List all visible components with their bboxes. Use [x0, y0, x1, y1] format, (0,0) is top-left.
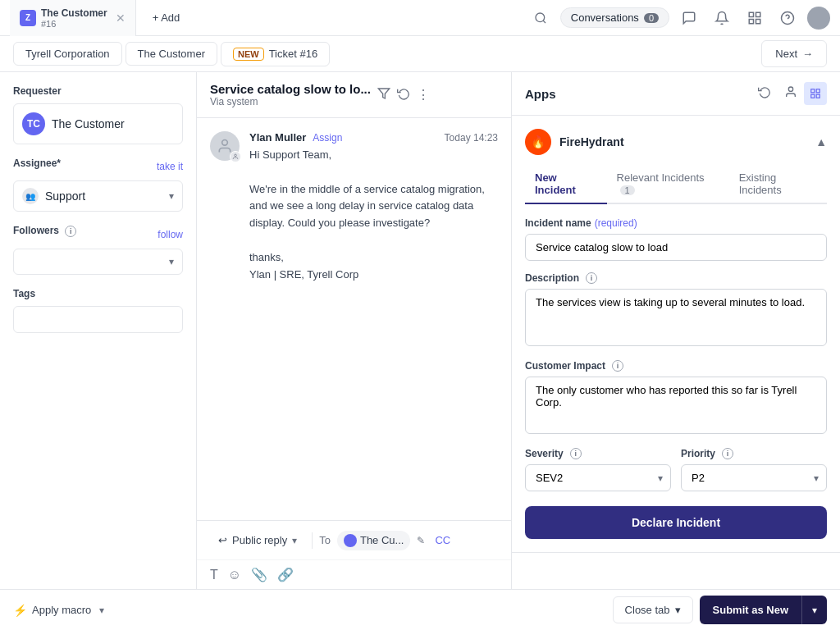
declare-incident-button[interactable]: Declare Incident	[525, 506, 827, 539]
priority-select[interactable]: P2 P1 P3	[681, 464, 827, 491]
description-info-icon: i	[586, 272, 597, 284]
severity-field: Severity i SEV2 SEV1 SEV3 ▾	[525, 448, 671, 491]
message-time: Today 14:23	[445, 132, 498, 144]
svg-rect-1	[749, 12, 753, 16]
public-reply-button[interactable]: ↩ Public reply ▾	[210, 529, 305, 551]
refresh-icon[interactable]	[758, 85, 771, 102]
customer-impact-textarea[interactable]: The only customer who has reported this …	[525, 377, 827, 434]
apply-macro-button[interactable]: ⚡ Apply macro ▾	[13, 604, 606, 617]
to-recipient[interactable]: The Cu...	[337, 531, 410, 550]
svg-rect-4	[749, 19, 753, 23]
tab-existing-incidents[interactable]: Existing Incidents	[729, 165, 827, 204]
follow-link[interactable]: follow	[158, 229, 183, 240]
grid-icon-button[interactable]	[742, 5, 768, 31]
assign-link[interactable]: Assign	[313, 132, 342, 144]
close-tab-button[interactable]: Close tab ▾	[613, 596, 693, 623]
edit-recipient-icon[interactable]: ✎	[417, 535, 425, 546]
followers-select[interactable]: ▾	[13, 249, 183, 275]
left-sidebar: Requester TC The Customer Assignee* take…	[0, 72, 197, 589]
next-button[interactable]: Next →	[761, 40, 827, 67]
firehydrant-chevron-icon[interactable]: ▲	[815, 135, 827, 148]
incident-name-input[interactable]	[525, 234, 827, 261]
relevant-badge: 1	[620, 185, 635, 195]
description-textarea[interactable]: The services view is taking up to severa…	[525, 289, 827, 346]
reply-bar: ↩ Public reply ▾ To The Cu... ✎ CC	[197, 520, 511, 559]
attachment-icon[interactable]: 📎	[251, 567, 267, 582]
followers-label: Followers i	[13, 225, 76, 237]
assignee-left: 👥 Support	[22, 188, 85, 204]
description-label: Description i	[525, 272, 827, 284]
reply-chevron-icon: ▾	[292, 535, 297, 546]
severity-priority-row: Severity i SEV2 SEV1 SEV3 ▾ Priori	[525, 448, 827, 503]
take-it-link[interactable]: take it	[157, 161, 183, 172]
message-avatar	[210, 131, 240, 161]
followers-info-icon: i	[65, 226, 76, 237]
tab-title-group: The Customer #16	[41, 7, 107, 29]
priority-label: Priority i	[681, 448, 827, 459]
apps-grid-button[interactable]	[804, 82, 827, 105]
severity-label: Severity i	[525, 448, 671, 459]
breadcrumb-customer[interactable]: The Customer	[126, 42, 217, 66]
breadcrumb-bar: Tyrell Corporation The Customer NEW Tick…	[0, 36, 840, 72]
apps-user-icon[interactable]	[784, 85, 797, 102]
svg-rect-13	[816, 94, 819, 98]
breadcrumb-ticket[interactable]: NEW Ticket #16	[221, 42, 330, 66]
priority-select-wrapper: P2 P1 P3 ▾	[681, 464, 827, 491]
submit-chevron-icon[interactable]: ▾	[802, 596, 827, 624]
tab-icon: Z	[20, 10, 36, 26]
description-field: Description i The services view is takin…	[525, 272, 827, 349]
bell-icon-button[interactable]	[709, 5, 735, 31]
svg-point-9	[235, 154, 237, 157]
close-tab-icon[interactable]: ✕	[116, 11, 126, 25]
chat-icon-button[interactable]	[676, 5, 702, 31]
svg-rect-14	[811, 94, 815, 98]
firehydrant-header: 🔥 FireHydrant ▲	[525, 129, 827, 155]
message-block: Ylan Muller Assign Today 14:23 Hi Suppor…	[210, 131, 498, 283]
severity-select[interactable]: SEV2 SEV1 SEV3	[525, 464, 671, 491]
submit-button[interactable]: Submit as New ▾	[700, 596, 827, 624]
svg-point-0	[536, 13, 545, 22]
conversations-button[interactable]: Conversations 0	[560, 7, 669, 28]
conversation-title: Service catalog slow to lo...	[210, 82, 371, 96]
tags-input[interactable]	[13, 306, 183, 333]
emoji-icon[interactable]: ☺	[228, 568, 241, 582]
next-arrow-icon: →	[802, 48, 813, 60]
firehydrant-logo: 🔥	[525, 129, 551, 155]
help-icon-button[interactable]	[774, 5, 801, 31]
tab-new-incident[interactable]: New Incident	[525, 165, 607, 204]
submit-label[interactable]: Submit as New	[700, 596, 802, 624]
message-text: Hi Support Team, We're in the middle of …	[249, 147, 498, 283]
middle-header-icons: ⋮	[377, 87, 430, 103]
add-button[interactable]: + Add	[143, 11, 190, 24]
current-tab[interactable]: Z The Customer #16 ✕	[10, 0, 136, 36]
apps-header: Apps	[512, 72, 840, 116]
search-button[interactable]	[527, 5, 554, 31]
requester-avatar: TC	[22, 112, 45, 135]
middle-panel: Service catalog slow to lo... Via system…	[197, 72, 512, 589]
tab-relevant-incidents[interactable]: Relevant Incidents 1	[607, 165, 729, 204]
requester-label: Requester	[13, 85, 183, 97]
filter-icon[interactable]	[377, 87, 390, 103]
user-avatar[interactable]	[807, 7, 830, 30]
breadcrumb-tyrell[interactable]: Tyrell Corporation	[13, 42, 122, 66]
to-label: To	[319, 534, 331, 546]
assignee-select[interactable]: 👥 Support ▾	[13, 180, 183, 212]
top-bar-actions: Conversations 0	[527, 5, 830, 31]
conversation-body: Ylan Muller Assign Today 14:23 Hi Suppor…	[197, 118, 511, 520]
followers-row: Followers i follow	[13, 225, 183, 244]
firehydrant-section: 🔥 FireHydrant ▲ New Incident Relevant In…	[512, 116, 840, 553]
recipient-avatar	[344, 534, 357, 547]
tab-title-sub: #16	[41, 19, 107, 29]
incident-name-label: Incident name (required)	[525, 217, 827, 229]
cc-button[interactable]: CC	[435, 534, 450, 546]
followers-chevron-icon: ▾	[169, 256, 174, 267]
right-panel: Apps 🔥 FireHydrant ▲	[512, 72, 840, 589]
more-options-icon[interactable]: ⋮	[417, 87, 430, 103]
reply-arrow-icon: ↩	[218, 534, 227, 546]
priority-field: Priority i P2 P1 P3 ▾	[681, 448, 827, 491]
text-format-icon[interactable]: T	[210, 568, 218, 582]
history-icon[interactable]	[397, 87, 410, 103]
link-icon[interactable]: 🔗	[277, 567, 294, 582]
requester-card[interactable]: TC The Customer	[13, 103, 183, 144]
main-layout: Requester TC The Customer Assignee* take…	[0, 72, 840, 589]
